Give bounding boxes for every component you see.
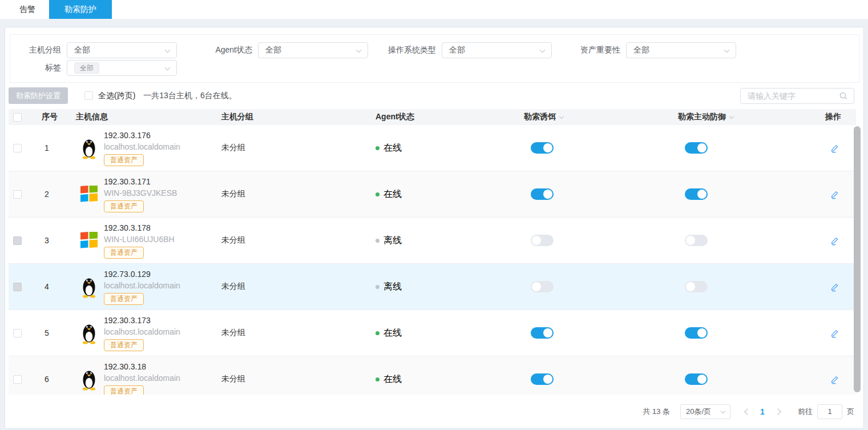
page-number-current[interactable]: 1 (756, 407, 769, 416)
column-header-host: 主机信息 (68, 112, 213, 122)
row-checkbox[interactable] (13, 375, 22, 384)
ransom-decoy-cell (516, 235, 670, 246)
filter-host-group-select[interactable]: 全部 (67, 42, 177, 58)
goto-label: 前往 (798, 407, 813, 417)
ransom-decoy-toggle[interactable] (531, 142, 554, 154)
host-text-block: 192.30.3.171 WIN-9BJ3GVJKESB 普通资产 (104, 176, 177, 212)
column-header-defense[interactable]: 勒索主动防御 (670, 112, 830, 122)
linux-tux-icon (80, 136, 98, 159)
os-icon (79, 228, 99, 252)
ransom-defense-toggle[interactable] (685, 235, 708, 246)
column-header-label: 序号 (42, 112, 58, 122)
toggle-knob (532, 282, 541, 291)
ransom-decoy-toggle[interactable] (531, 327, 554, 339)
row-index: 1 (34, 143, 68, 152)
filter-asset-importance-select[interactable]: 全部 (626, 42, 736, 58)
edit-button[interactable] (830, 235, 840, 246)
column-header-decoy[interactable]: 勒索诱饵 (516, 112, 670, 122)
page-size-select[interactable]: 20条/页 (680, 404, 730, 419)
search-icon[interactable] (839, 91, 848, 101)
filter-caret-icon[interactable] (559, 114, 564, 118)
edit-pencil-icon (830, 282, 840, 292)
row-checkbox[interactable] (13, 144, 22, 152)
status-dot-icon (376, 146, 380, 150)
header-select-checkbox[interactable] (13, 113, 22, 122)
tab-ransom-protection[interactable]: 勒索防护 (49, 0, 112, 19)
host-info-cell: 192.73.0.129 localhost.localdomain 普通资产 (68, 268, 213, 305)
ransom-defense-cell (670, 235, 830, 246)
ransom-defense-toggle[interactable] (685, 281, 708, 292)
asset-badge: 普通资产 (104, 247, 144, 259)
host-text-block: 192.30.3.173 localhost.localdomain 普通资产 (104, 315, 180, 351)
edit-button[interactable] (830, 143, 840, 153)
tab-alerts[interactable]: 告警 (6, 0, 49, 19)
agent-status-label: 在线 (383, 142, 402, 154)
host-name: localhost.localdomain (104, 141, 180, 152)
search-input[interactable] (748, 91, 839, 101)
column-header-action: 操作 (830, 112, 856, 122)
vertical-scrollbar-thumb[interactable] (854, 126, 861, 392)
asset-badge: 普通资产 (104, 154, 144, 166)
host-text-block: 192.30.3.176 localhost.localdomain 普通资产 (104, 130, 180, 166)
toggle-knob (543, 375, 552, 384)
filter-agent-status-select[interactable]: 全部 (258, 42, 368, 58)
ransom-defense-toggle[interactable] (685, 142, 708, 154)
column-header-label: 主机信息 (76, 112, 108, 122)
edit-button[interactable] (830, 374, 840, 384)
toggle-knob (543, 190, 552, 199)
filter-os-type-select[interactable]: 全部 (442, 42, 552, 58)
ransom-settings-button[interactable]: 勒索防护设置 (9, 87, 68, 104)
status-dot-icon (376, 331, 380, 335)
edit-button[interactable] (830, 189, 840, 199)
chevron-down-icon (721, 408, 725, 413)
ransom-defense-toggle[interactable] (685, 373, 708, 385)
ransom-decoy-toggle[interactable] (531, 188, 554, 200)
row-checkbox[interactable] (13, 190, 22, 199)
ransom-defense-cell (670, 188, 830, 200)
filter-tag-select[interactable]: 全部 (67, 60, 177, 76)
asset-badge: 普通资产 (104, 339, 144, 351)
agent-status-cell: 在线 (368, 373, 516, 385)
ransom-decoy-toggle[interactable] (531, 373, 554, 385)
filter-tag-label: 标签 (21, 63, 61, 73)
host-count-summary: 一共13台主机，6台在线。 (143, 91, 236, 101)
chevron-down-icon (724, 47, 730, 53)
edit-button[interactable] (830, 328, 840, 338)
ransom-decoy-toggle[interactable] (531, 281, 554, 292)
edit-button[interactable] (830, 282, 840, 292)
column-header-label: 勒索诱饵 (524, 112, 556, 122)
ransom-defense-cell (670, 373, 830, 385)
page-size-value: 20条/页 (686, 407, 711, 417)
row-checkbox-cell (9, 190, 34, 199)
row-checkbox[interactable] (13, 329, 22, 337)
host-info-cell: 192.30.3.178 WIN-LUI66UJU6BH 普通资产 (68, 222, 213, 259)
table-row: 4 (9, 264, 856, 310)
os-icon (79, 182, 99, 206)
row-checkbox[interactable] (13, 283, 22, 291)
edit-pencil-icon (830, 374, 840, 384)
filter-caret-icon[interactable] (729, 114, 734, 118)
column-header-index: 序号 (34, 112, 68, 122)
select-all-checkbox[interactable] (84, 91, 93, 100)
prev-page-button[interactable] (740, 405, 753, 419)
agent-status-label: 离线 (383, 281, 402, 293)
action-cell (830, 189, 856, 199)
asset-badge: 普通资产 (104, 200, 144, 212)
action-cell (830, 328, 856, 338)
table-row: 6 (9, 356, 856, 395)
linux-tux-icon (80, 322, 98, 344)
linux-tux-icon (80, 368, 98, 391)
table-row: 2 (9, 171, 856, 218)
ransom-defense-toggle[interactable] (685, 327, 708, 339)
next-page-button[interactable] (772, 405, 785, 419)
host-ip: 192.30.3.18 (104, 361, 180, 372)
row-checkbox[interactable] (13, 236, 22, 245)
asset-badge: 普通资产 (104, 385, 144, 395)
column-header-label: 勒索主动防御 (678, 112, 726, 122)
filter-os-type-label: 操作系统类型 (379, 45, 436, 55)
filter-asset-importance-value: 全部 (633, 45, 649, 55)
goto-page-input[interactable] (817, 404, 842, 419)
ransom-defense-toggle[interactable] (685, 188, 708, 200)
ransom-decoy-toggle[interactable] (531, 235, 554, 246)
chevron-down-icon (165, 47, 171, 53)
